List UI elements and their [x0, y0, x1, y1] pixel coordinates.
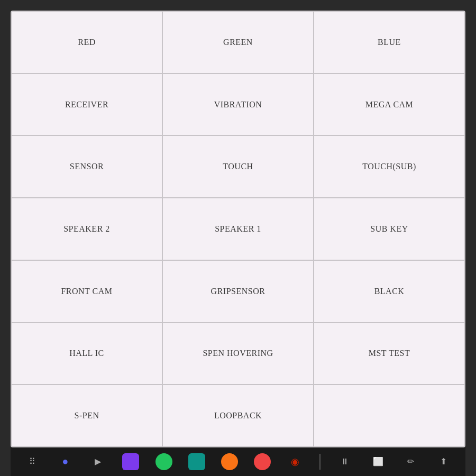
- cell-spen-hovering[interactable]: SPEN HOVERING: [163, 323, 313, 385]
- cell-receiver-label: RECEIVER: [61, 96, 113, 114]
- cell-black-label: BLACK: [370, 282, 409, 300]
- teal-app-icon[interactable]: [188, 453, 205, 470]
- nav-icon[interactable]: ⬆: [435, 453, 452, 470]
- red-app-icon[interactable]: [254, 453, 271, 470]
- cell-green-label: GREEN: [219, 33, 257, 51]
- window-symbol: ⬜: [373, 456, 383, 466]
- cell-sub-key[interactable]: SUB KEY: [314, 198, 464, 260]
- green-app-icon[interactable]: [155, 453, 172, 470]
- taskbar-divider: [319, 454, 321, 470]
- screen: RED GREEN BLUE RECEIVER VIBRATION MEGA C…: [11, 11, 465, 447]
- cell-loopback-label: LOOPBACK: [210, 407, 266, 425]
- cell-gripsensor[interactable]: GRIPSENSOR: [163, 261, 313, 322]
- cell-mst-test-label: MST TEST: [364, 344, 415, 362]
- pen-icon[interactable]: ✏: [402, 453, 419, 470]
- cell-blue-label: BLUE: [373, 33, 405, 51]
- pause-symbol: ⏸: [341, 457, 349, 466]
- cell-front-cam[interactable]: FRONT CAM: [12, 261, 162, 322]
- cell-vibration-label: VIBRATION: [210, 96, 267, 114]
- cell-sensor[interactable]: SENSOR: [12, 136, 162, 197]
- taskbar: ⠿ ● ▶ ◉ ⏸ ⬜ ✏ ⬆: [11, 447, 465, 476]
- cell-blue[interactable]: BLUE: [314, 12, 464, 73]
- cell-mega-cam[interactable]: MEGA CAM: [314, 74, 464, 135]
- cell-mega-cam-label: MEGA CAM: [361, 96, 418, 114]
- cell-sensor-label: SENSOR: [66, 158, 108, 176]
- discord-symbol: ●: [62, 455, 68, 468]
- cell-s-pen[interactable]: S-PEN: [12, 385, 162, 446]
- pause-icon[interactable]: ⏸: [336, 453, 353, 470]
- apps-symbol: ⠿: [29, 456, 35, 466]
- cell-empty: [314, 385, 464, 446]
- cell-green[interactable]: GREEN: [163, 12, 313, 73]
- nav-symbol: ⬆: [440, 456, 447, 466]
- cell-red[interactable]: RED: [12, 12, 162, 73]
- app9-symbol: ◉: [291, 456, 299, 468]
- cell-speaker-2[interactable]: SPEAKER 2: [12, 198, 162, 260]
- cell-mst-test[interactable]: MST TEST: [314, 323, 464, 385]
- cell-sub-key-label: SUB KEY: [366, 220, 413, 238]
- cell-red-label: RED: [74, 33, 100, 51]
- cell-black[interactable]: BLACK: [314, 261, 464, 322]
- cell-loopback[interactable]: LOOPBACK: [163, 385, 313, 446]
- media-symbol: ▶: [95, 456, 101, 466]
- cell-front-cam-label: FRONT CAM: [57, 282, 116, 300]
- cell-vibration[interactable]: VIBRATION: [163, 74, 313, 135]
- app9-icon[interactable]: ◉: [287, 453, 304, 470]
- cell-speaker-1[interactable]: SPEAKER 1: [163, 198, 313, 260]
- discord-icon[interactable]: ●: [57, 453, 74, 470]
- purple-app-icon[interactable]: [122, 453, 139, 470]
- cell-touch-sub-label: TOUCH(SUB): [358, 158, 420, 176]
- cell-speaker-1-label: SPEAKER 1: [210, 220, 266, 238]
- cell-receiver[interactable]: RECEIVER: [12, 74, 162, 135]
- pen-symbol: ✏: [407, 456, 414, 466]
- media-icon[interactable]: ▶: [89, 453, 106, 470]
- cell-spen-hovering-label: SPEN HOVERING: [198, 344, 277, 362]
- cell-hall-ic-label: HALL IC: [65, 344, 108, 362]
- cell-gripsensor-label: GRIPSENSOR: [207, 282, 270, 300]
- orange-app-icon[interactable]: [221, 453, 238, 470]
- cell-s-pen-label: S-PEN: [70, 407, 104, 425]
- window-icon[interactable]: ⬜: [370, 453, 387, 470]
- apps-icon[interactable]: ⠿: [24, 453, 41, 470]
- cell-touch-label: TOUCH: [218, 158, 257, 176]
- cell-touch-sub[interactable]: TOUCH(SUB): [314, 136, 464, 197]
- test-grid: RED GREEN BLUE RECEIVER VIBRATION MEGA C…: [11, 11, 465, 447]
- cell-empty-label: [385, 411, 393, 420]
- cell-hall-ic[interactable]: HALL IC: [12, 323, 162, 385]
- cell-touch[interactable]: TOUCH: [163, 136, 313, 197]
- cell-speaker-2-label: SPEAKER 2: [59, 220, 114, 238]
